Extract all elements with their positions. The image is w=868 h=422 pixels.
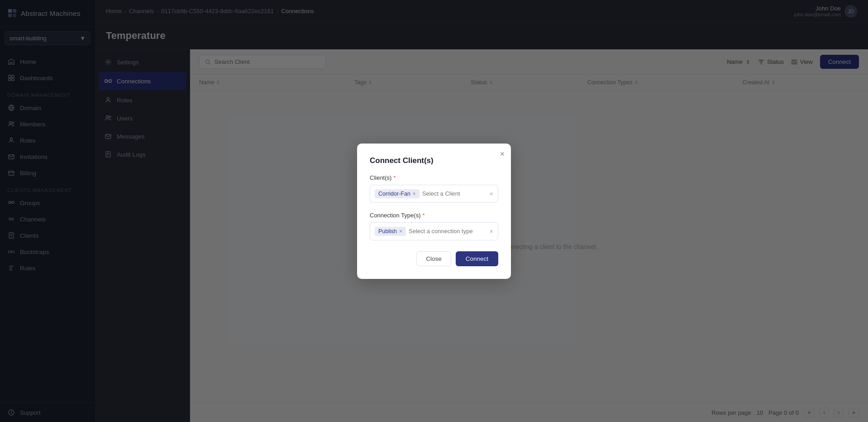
client-tag-remove[interactable]: × [413, 191, 416, 197]
connection-types-clear-button[interactable]: × [490, 228, 493, 235]
connection-types-label: Connection Type(s) * [370, 212, 498, 219]
connection-type-tag-remove[interactable]: × [399, 229, 402, 234]
modal-close-action-button[interactable]: Close [416, 251, 451, 266]
connection-types-field-group: Connection Type(s) * Publish × × [370, 212, 498, 240]
clients-clear-button[interactable]: × [490, 190, 493, 197]
connection-type-tag-label: Publish [378, 228, 397, 235]
required-indicator: * [393, 174, 396, 181]
modal-connect-button[interactable]: Connect [456, 251, 498, 266]
client-search-input[interactable] [422, 190, 487, 197]
modal-overlay: × Connect Client(s) Client(s) * Corridor… [0, 0, 868, 422]
modal-actions: Close Connect [370, 251, 498, 266]
clients-field-group: Client(s) * Corridor-Fan × × [370, 174, 498, 203]
connection-type-search-input[interactable] [409, 228, 487, 235]
modal-close-button[interactable]: × [500, 150, 505, 158]
connection-type-tag: Publish × [375, 227, 406, 236]
clients-input[interactable]: Corridor-Fan × × [370, 185, 498, 203]
connect-clients-modal: × Connect Client(s) Client(s) * Corridor… [357, 144, 511, 279]
client-tag-label: Corridor-Fan [378, 191, 410, 197]
connection-types-input[interactable]: Publish × × [370, 222, 498, 240]
client-tag: Corridor-Fan × [375, 189, 420, 198]
clients-label: Client(s) * [370, 174, 498, 181]
modal-title: Connect Client(s) [370, 156, 498, 165]
required-indicator: * [423, 212, 425, 219]
